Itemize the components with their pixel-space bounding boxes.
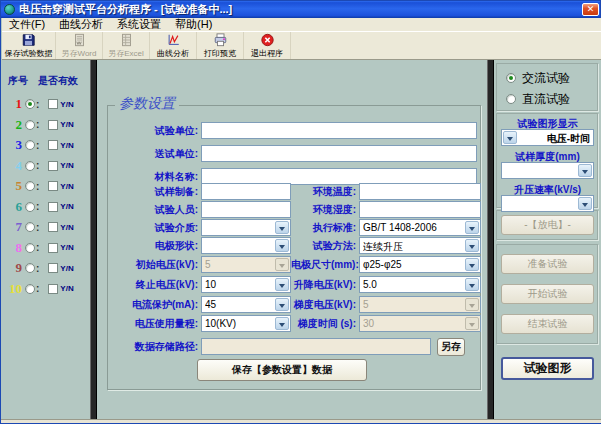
yn-label: Y/N xyxy=(60,141,73,150)
valid-checkbox-4[interactable] xyxy=(48,161,58,171)
test-graph-button[interactable]: 试验图形 xyxy=(501,357,594,380)
sequence-number: 3 xyxy=(6,137,22,153)
chevron-down-icon[interactable] xyxy=(275,298,289,311)
left-splitter[interactable] xyxy=(90,60,97,421)
chevron-down-icon[interactable] xyxy=(465,221,479,234)
yn-label: Y/N xyxy=(60,182,73,191)
end-voltage-select[interactable]: 10 xyxy=(201,276,291,293)
field-label: 送试单位: xyxy=(103,147,201,161)
list-item: 5 : Y/N xyxy=(6,176,88,197)
ac-test-radio[interactable]: 交流试验 xyxy=(506,70,570,86)
window-title: 电压击穿测试平台分析程序 - [试验准备中...] xyxy=(19,2,232,17)
list-item: 8 : Y/N xyxy=(6,238,88,259)
valid-checkbox-7[interactable] xyxy=(48,222,58,232)
word-doc-icon xyxy=(72,33,87,47)
current-protection-select[interactable]: 45 xyxy=(201,296,291,313)
right-splitter[interactable] xyxy=(487,60,494,421)
sequence-radio-10[interactable] xyxy=(25,284,35,294)
client-unit-input[interactable] xyxy=(201,145,477,162)
menu-file[interactable]: 文件(F) xyxy=(2,17,52,32)
sequence-radio-6[interactable] xyxy=(25,202,35,212)
field-label: 电流保护(mA): xyxy=(103,298,201,312)
field-label: 试样制备: xyxy=(103,185,201,199)
menu-help[interactable]: 帮助(H) xyxy=(168,17,219,32)
exit-icon xyxy=(260,33,275,47)
yn-label: Y/N xyxy=(60,161,73,170)
colon-label: : xyxy=(36,222,39,233)
sequence-radio-3[interactable] xyxy=(25,140,35,150)
save-data-button[interactable]: 保存试验数据 xyxy=(2,32,56,59)
floppy-icon xyxy=(21,33,36,47)
sample-prep-input[interactable] xyxy=(201,183,291,200)
chevron-down-icon[interactable] xyxy=(578,164,592,177)
chevron-down-icon[interactable] xyxy=(275,221,289,234)
electrode-size-select[interactable]: φ25-φ25 xyxy=(359,256,481,273)
thickness-select[interactable] xyxy=(501,162,594,179)
valid-checkbox-8[interactable] xyxy=(48,243,58,253)
menu-system-settings[interactable]: 系统设置 xyxy=(110,17,168,32)
field-label: 升降电压(kV): xyxy=(291,278,359,292)
valid-checkbox-3[interactable] xyxy=(48,140,58,150)
sequence-radio-9[interactable] xyxy=(25,263,35,273)
sequence-number: 9 xyxy=(6,260,22,276)
main-area: 序号 是否有效 1 : Y/N 2 : Y/N xyxy=(2,60,601,421)
chevron-down-icon[interactable] xyxy=(465,258,479,271)
valid-checkbox-6[interactable] xyxy=(48,202,58,212)
test-method-select[interactable]: 连续升压 xyxy=(359,237,481,254)
parameter-title: 参数设置 xyxy=(115,95,179,113)
colon-label: : xyxy=(36,99,39,110)
control-panel: 交流试验 直流试验 试验图形显示 电压-时间 试样厚度(mm) 升压速率(kV/… xyxy=(494,60,601,421)
save-params-button[interactable]: 保存【参数设置】数据 xyxy=(197,359,367,381)
curve-analysis-button[interactable]: 曲线分析 xyxy=(150,32,197,59)
sequence-radio-2[interactable] xyxy=(25,120,35,130)
valid-checkbox-5[interactable] xyxy=(48,181,58,191)
test-personnel-input[interactable] xyxy=(201,201,291,218)
graph-display-select[interactable]: 电压-时间 xyxy=(501,129,594,146)
initial-voltage-select: 5 xyxy=(201,256,291,273)
sequence-number: 5 xyxy=(6,178,22,194)
chevron-down-icon[interactable] xyxy=(578,197,592,210)
printer-icon xyxy=(213,33,228,47)
colon-label: : xyxy=(36,160,39,171)
rise-fall-voltage-select[interactable]: 5.0 xyxy=(359,276,481,293)
valid-checkbox-9[interactable] xyxy=(48,263,58,273)
close-button[interactable]: ✕ xyxy=(582,3,599,16)
test-medium-select[interactable] xyxy=(201,219,291,236)
field-label: 数据存储路径: xyxy=(103,340,201,354)
field-label: 梯度时间 (s): xyxy=(291,317,359,331)
valid-checkbox-2[interactable] xyxy=(48,120,58,130)
save-as-button[interactable]: 另存 xyxy=(437,338,465,356)
ambient-temp-input[interactable] xyxy=(359,183,481,200)
sequence-number: 8 xyxy=(6,240,22,256)
print-preview-button[interactable]: 打印预览 xyxy=(197,32,244,59)
exit-button[interactable]: 退出程序 xyxy=(244,32,291,59)
chevron-down-icon[interactable] xyxy=(465,239,479,252)
chevron-down-icon[interactable] xyxy=(275,239,289,252)
radio-icon xyxy=(506,94,516,104)
sequence-radio-4[interactable] xyxy=(25,161,35,171)
chevron-down-icon[interactable] xyxy=(275,278,289,291)
sequence-radio-5[interactable] xyxy=(25,181,35,191)
list-item: 1 : Y/N xyxy=(6,94,88,115)
menu-curve-analysis[interactable]: 曲线分析 xyxy=(52,17,110,32)
dc-test-radio[interactable]: 直流试验 xyxy=(506,91,570,107)
valid-checkbox-10[interactable] xyxy=(48,284,58,294)
test-unit-input[interactable] xyxy=(201,122,477,139)
sequence-radio-1[interactable] xyxy=(25,99,35,109)
chevron-down-icon[interactable] xyxy=(503,131,517,144)
chevron-down-icon[interactable] xyxy=(275,317,289,330)
sequence-radio-7[interactable] xyxy=(25,222,35,232)
sequence-number: 7 xyxy=(6,219,22,235)
prepare-test-button: 准备试验 xyxy=(501,254,594,274)
field-label: 材料名称: xyxy=(103,170,201,184)
boost-rate-select[interactable] xyxy=(501,195,594,212)
sequence-radio-8[interactable] xyxy=(25,243,35,253)
chevron-down-icon[interactable] xyxy=(465,278,479,291)
electrode-shape-select[interactable] xyxy=(201,237,291,254)
list-item: 9 : Y/N xyxy=(6,258,88,279)
voltage-range-select[interactable]: 10(KV) xyxy=(201,315,291,332)
ambient-humidity-input[interactable] xyxy=(359,201,481,218)
colon-label: : xyxy=(36,119,39,130)
valid-checkbox-1[interactable] xyxy=(48,99,58,109)
standard-select[interactable]: GB/T 1408-2006 xyxy=(359,219,481,236)
